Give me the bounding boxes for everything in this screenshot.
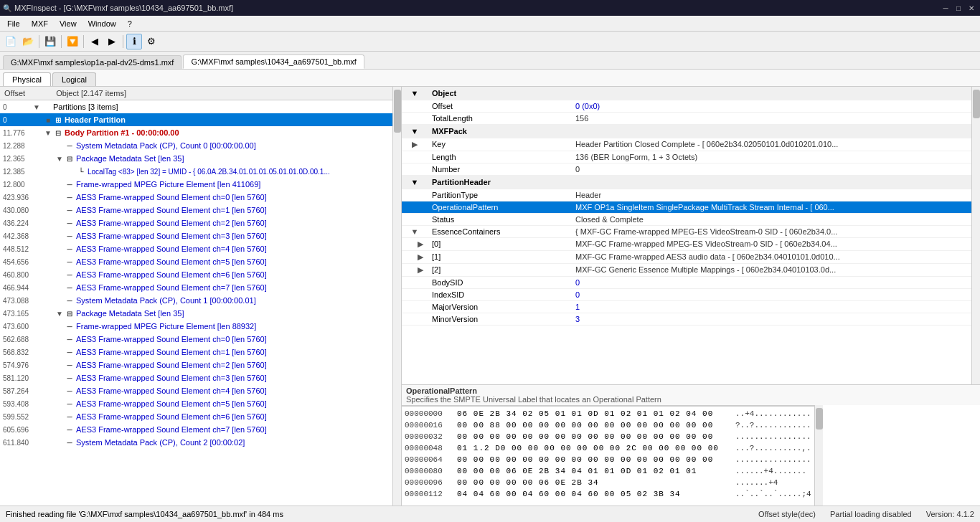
tree-row[interactable]: 568.832 ─ AES3 Frame-wrapped Sound Eleme…: [0, 346, 392, 359]
toolbar-sep-3: [83, 35, 84, 48]
tree-item-label: Header Partition: [65, 115, 126, 124]
save-btn[interactable]: 💾: [42, 34, 58, 49]
prop-val-partitiontype: Header: [571, 189, 971, 201]
menu-mxf[interactable]: MXF: [26, 16, 54, 31]
file-tab-bar: G:\MXF\mxf samples\op1a-pal-dv25-dms1.mx…: [0, 52, 980, 70]
tree-row[interactable]: 562.688 ─ AES3 Frame-wrapped Sound Eleme…: [0, 333, 392, 346]
right-scrollbar-thumb[interactable]: [973, 90, 980, 118]
section-object[interactable]: ▼ Object: [402, 87, 971, 100]
menu-view[interactable]: View: [54, 16, 83, 31]
tab-physical[interactable]: Physical: [3, 72, 51, 86]
expander-icon[interactable]: ▼: [32, 102, 42, 112]
tab-file1[interactable]: G:\MXF\mxf samples\op1a-pal-dv25-dms1.mx…: [3, 55, 182, 69]
tree-row[interactable]: 12.385 └ LocalTag <83> [len 32] = UMID -…: [0, 165, 392, 178]
chevron-right-icon[interactable]: ▶: [412, 140, 418, 148]
tree-row[interactable]: 448.512 ─ AES3 Frame-wrapped Sound Eleme…: [0, 242, 392, 255]
prop-val-number: 0: [571, 163, 971, 176]
prop-expand-key[interactable]: ▶: [402, 138, 428, 151]
menu-window[interactable]: Window: [83, 16, 122, 31]
tree-item-label: AES3 Frame-wrapped Sound Element ch=7 [l…: [76, 425, 267, 434]
section-partitionheader[interactable]: ▼ PartitionHeader: [402, 176, 971, 189]
chevron-down-icon[interactable]: ▼: [411, 227, 419, 236]
status-partial-loading: Partial loading disabled: [830, 510, 912, 518]
window-minimize-btn[interactable]: ─: [940, 2, 951, 14]
prop-row-essencecontainers[interactable]: ▼ EssenceContainers { MXF-GC Frame-wrapp…: [402, 226, 971, 238]
new-btn[interactable]: 📄: [3, 34, 19, 49]
right-scrollbar[interactable]: [971, 87, 980, 384]
section-mxfpack[interactable]: ▼ MXFPack: [402, 125, 971, 138]
prop-key-partitiontype: PartitionType: [428, 189, 571, 201]
prop-expand-essence[interactable]: ▼: [402, 226, 428, 238]
hex-scrollbar-thumb[interactable]: [816, 408, 823, 430]
window-maximize-btn[interactable]: □: [953, 2, 964, 14]
tree-item-label: Body Partition #1 - 00:00:00.00: [65, 128, 179, 137]
chevron-right-icon-ec1[interactable]: ▶: [418, 252, 423, 261]
tree-row[interactable]: 12.288 ─ System Metadata Pack (CP), Coun…: [0, 139, 392, 152]
chevron-right-icon-ec2[interactable]: ▶: [418, 265, 423, 274]
hex-offset: 00000112: [405, 488, 451, 500]
view-tab-bar: Physical Logical: [0, 70, 980, 87]
back-btn[interactable]: ◀: [87, 34, 103, 49]
expander-icon[interactable]: ▼: [55, 153, 65, 163]
left-scrollbar-thumb[interactable]: [394, 90, 401, 133]
tree-row[interactable]: 423.936 ─ AES3 Frame-wrapped Sound Eleme…: [0, 191, 392, 204]
left-scrollbar[interactable]: [392, 87, 401, 506]
chevron-right-icon-ec0[interactable]: ▶: [418, 239, 423, 248]
tree-row[interactable]: 593.408 ─ AES3 Frame-wrapped Sound Eleme…: [0, 397, 392, 410]
tree-row[interactable]: 466.944 ─ AES3 Frame-wrapped Sound Eleme…: [0, 281, 392, 294]
prop-expand-ec0[interactable]: ▶: [402, 238, 428, 251]
prop-row-operationalpattern[interactable]: OperationalPattern MXF OP1a SingleItem S…: [402, 201, 971, 214]
tree-row[interactable]: 460.800 ─ AES3 Frame-wrapped Sound Eleme…: [0, 268, 392, 281]
hex-view[interactable]: 00000000 06 0E 2B 34 02 05 01 01 0D 01 0…: [402, 405, 814, 506]
tree-row[interactable]: 587.264 ─ AES3 Frame-wrapped Sound Eleme…: [0, 384, 392, 397]
tree-row[interactable]: 12.800 ─ Frame-wrapped MPEG Picture Elem…: [0, 178, 392, 191]
hex-offset: 00000000: [405, 408, 451, 419]
prop-expand-ec2[interactable]: ▶: [402, 264, 428, 277]
hex-offset: 00000096: [405, 477, 451, 488]
mxfpack-expand-icon[interactable]: ▼: [402, 125, 428, 138]
tree-row[interactable]: 442.368 ─ AES3 Frame-wrapped Sound Eleme…: [0, 229, 392, 242]
hex-scrollbar[interactable]: [814, 405, 823, 506]
right-panel: ▼ Object Offset 0 (0x0) TotalLength 156: [402, 87, 980, 506]
hex-ascii: .......+4: [735, 477, 778, 488]
tree-row[interactable]: 473.088 ─ System Metadata Pack (CP), Cou…: [0, 294, 392, 307]
tree-row[interactable]: 611.840 ─ System Metadata Pack (CP), Cou…: [0, 436, 392, 449]
tree-item-label: Package Metadata Set [len 35]: [76, 154, 184, 163]
expander-icon[interactable]: ▼: [43, 128, 53, 138]
tree-row[interactable]: 605.696 ─ AES3 Frame-wrapped Sound Eleme…: [0, 423, 392, 436]
expander-icon[interactable]: ▼: [55, 308, 65, 318]
tree-row[interactable]: 581.120 ─ AES3 Frame-wrapped Sound Eleme…: [0, 371, 392, 384]
expander-icon[interactable]: ■: [43, 115, 53, 125]
tree-row[interactable]: 454.656 ─ AES3 Frame-wrapped Sound Eleme…: [0, 255, 392, 268]
tree-row[interactable]: 0 ▼ Partitions [3 items]: [0, 100, 392, 113]
menu-help[interactable]: ?: [122, 16, 138, 31]
props-container[interactable]: ▼ Object Offset 0 (0x0) TotalLength 156: [402, 87, 971, 384]
filter-btn[interactable]: 🔽: [65, 34, 80, 49]
settings-btn[interactable]: ⚙: [143, 34, 159, 49]
info-btn[interactable]: ℹ: [126, 34, 142, 49]
tree-row[interactable]: 436.224 ─ AES3 Frame-wrapped Sound Eleme…: [0, 217, 392, 229]
forward-btn[interactable]: ▶: [104, 34, 120, 49]
prop-expand-ec1[interactable]: ▶: [402, 251, 428, 264]
tree-container[interactable]: 0 ▼ Partitions [3 items] 0 ■ ⊞ Header Pa…: [0, 100, 392, 506]
hex-ascii: ................: [735, 431, 811, 442]
tab-file2[interactable]: G:\MXF\mxf samples\10434_aa697501_bb.mxf: [183, 54, 364, 69]
window-close-btn[interactable]: ✕: [966, 2, 977, 14]
tree-item-label: AES3 Frame-wrapped Sound Element ch=4 [l…: [76, 245, 267, 253]
open-btn[interactable]: 📂: [20, 34, 36, 49]
tree-row[interactable]: 11.776 ▼ ⊟ Body Partition #1 - 00:00:00.…: [0, 126, 392, 139]
prop-val-minorversion: 3: [571, 313, 971, 326]
tree-header: Offset Object [2.147 items]: [0, 87, 392, 100]
tree-row[interactable]: 473.600 ─ Frame-wrapped MPEG Picture Ele…: [0, 320, 392, 333]
tree-row[interactable]: 0 ■ ⊞ Header Partition: [0, 113, 392, 126]
tree-row[interactable]: 473.165 ▼ ⊟ Package Metadata Set [len 35…: [0, 307, 392, 320]
partitionheader-expand-icon[interactable]: ▼: [402, 176, 428, 189]
tab-logical[interactable]: Logical: [52, 72, 96, 86]
tree-row[interactable]: 430.080 ─ AES3 Frame-wrapped Sound Eleme…: [0, 204, 392, 217]
menu-file[interactable]: File: [1, 16, 26, 31]
tree-row[interactable]: 599.552 ─ AES3 Frame-wrapped Sound Eleme…: [0, 410, 392, 423]
tree-row[interactable]: 574.976 ─ AES3 Frame-wrapped Sound Eleme…: [0, 359, 392, 371]
tree-row[interactable]: 12.365 ▼ ⊟ Package Metadata Set [len 35]: [0, 152, 392, 165]
object-expand-icon[interactable]: ▼: [402, 87, 428, 100]
expander-icon: [55, 283, 65, 293]
